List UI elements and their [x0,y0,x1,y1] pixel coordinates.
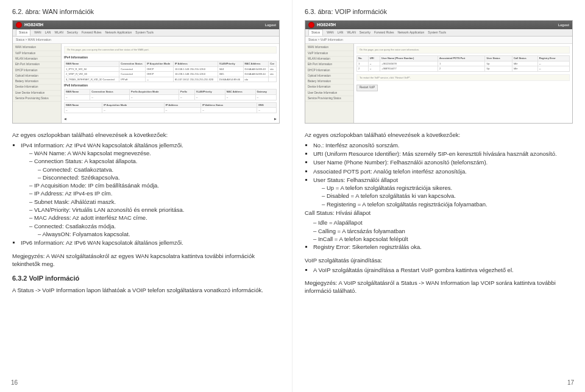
bullet: Registry Error: Sikertelen regisztrálás … [313,243,573,251]
callstatus-label: Call Status: Hívási állapot [305,209,573,217]
sidebar-item[interactable]: Optical Information [305,74,353,79]
router-sidebar: WAN Information VoIP Information WLAN In… [13,44,62,124]
dash-item: Calling = A tárcsázás folyamatban [313,227,573,235]
restart-voip-button[interactable]: Restart VoIP [356,85,378,91]
sidebar-item[interactable]: VoIP Information [13,51,61,57]
tab-status[interactable]: Status [16,29,30,36]
table-row[interactable]: 1--+36123456781UpIdle-- [357,61,570,66]
router-main: On this page, you can query the connecti… [62,44,279,124]
router-model: HG8245H [24,22,43,28]
table-row[interactable]: 1_IPTV_R_VID_34ConnectedDHCP10.158.1.143… [65,66,277,72]
breadcrumb: Status > WAN Information [13,37,279,44]
bullet: IPv4 Information: Az IPv4 WAN kapcsolato… [21,141,280,239]
tab-system[interactable]: System Tools [428,30,446,35]
restart-note: To restart the VoIP service, click "Rest… [356,74,570,82]
sidebar-item[interactable]: DHCP Information [13,68,61,74]
sidebar-item[interactable]: Device Information [305,85,353,90]
sidebar-item[interactable]: WAN Information [305,45,353,51]
sidebar-item[interactable]: Battery Information [305,79,353,85]
tab-status[interactable]: Status [308,29,323,36]
note-text: Megjegyzés: A VoIP szolgáltatásról a Sta… [305,279,573,295]
page-number: 17 [567,379,574,387]
router-tabs: Status WAN LAN WLAN Security Forward Rul… [305,29,572,37]
dash-item: Connected: Csatlakoztatva. [38,166,280,173]
tab-forward[interactable]: Forward Rules [374,30,394,35]
router-note: On this page, you can query the voice us… [356,46,570,54]
ipv4-table: WAN Name Connection Status IP Acquisitio… [64,61,277,82]
bullet: User Name (Phone Number): Felhasználói a… [313,158,573,166]
router-model: HG8245H [317,22,336,28]
page-number: 16 [11,379,18,387]
dash-item: InCall = A telefon kapcsolat felépült [313,235,573,243]
dash-item: Subnet Mask: Alhálózati maszk. [29,198,280,206]
dash-item: VLAN/Priority: Virtuális LAN azonosító é… [29,206,280,214]
logout-link[interactable]: Logout [265,23,276,27]
sidebar-item[interactable]: Optical Information [13,74,61,79]
subsection-title: 6.3.2 VoIP információ [12,274,280,283]
sidebar-item[interactable]: Device Information [13,85,61,90]
router-topbar: HG8245H Logout [305,21,572,29]
tab-lan[interactable]: LAN [338,30,344,35]
left-body: Az egyes oszlopokban található elnevezés… [12,131,280,293]
bullet: URI (Uniform Resource Identifier): Más s… [313,150,573,158]
dash-item: IP Acquisition Mode: IP cím beállításána… [29,181,280,189]
bullet: IPv6 Information: Az IPv6 WAN kapcsolato… [21,239,280,247]
sidebar-item[interactable]: VoIP Information [305,51,353,57]
router-note: On this page, you can query the connecti… [64,46,277,54]
dash-item: IP Address: Az IPv4-es IP cím. [29,189,280,197]
dash-item: AlwaysON: Folyamatos kapcsolat. [38,230,280,238]
dash-item: Connected: Csatlakozás módja. [29,222,280,230]
bullet: User Status: Felhasználói állapot Up = A… [313,176,573,208]
tab-wan[interactable]: WAN [327,30,333,35]
sidebar-item[interactable]: User Device Information [305,91,353,96]
fig-title-right: 6.3. ábra: VOIP információk [305,7,573,16]
dash-item: WAN Name: A WAN kapcsolat megnevezése. [29,149,280,157]
tab-wan[interactable]: WAN [34,30,41,35]
router-screenshot-voip: HG8245H Logout Status WAN LAN WLAN Secur… [305,20,573,124]
breadcrumb: Status > VoIP Information [305,37,572,44]
sidebar-item[interactable]: WAN Information [13,45,61,51]
tab-wlan[interactable]: WLAN [347,30,355,35]
router-main: On this page, you can query the voice us… [354,44,572,124]
router-sidebar: WAN Information VoIP Information WLAN In… [305,44,354,124]
tab-forward[interactable]: Forward Rules [82,30,102,35]
fig-title-left: 6.2. ábra: WAN információk [12,7,280,16]
table-row[interactable]: 2_VOIP_R_VID_33ConnectedDHCP10.228.1.148… [65,72,277,77]
intro-text: Az egyes oszlopokban található elnevezés… [12,131,280,139]
sidebar-item[interactable]: DHCP Information [305,68,353,74]
sidebar-item[interactable]: Service Provisioning Status [305,96,353,102]
dash-item: Connection Status: A kapcsolat állapota. [29,157,280,165]
dash-item: Up = A telefon szolgáltatás regisztráció… [322,184,573,192]
tab-security[interactable]: Security [360,30,370,35]
table-row[interactable]: 2--+36876544772UpIdle-- [357,66,570,72]
sidebar-item[interactable]: WLAN Information [13,57,61,62]
dash-item: Disconnected: Szétkapcsolva. [38,173,280,181]
bullet: No.: Interfész azonosító sorszám. [313,141,573,149]
ipv4-title: IPv4 Information [64,55,277,60]
tab-security[interactable]: Security [67,30,78,35]
sidebar-item[interactable]: Service Provisioning Status [13,96,61,102]
tab-network[interactable]: Network Application [397,30,424,35]
table-row[interactable]: 3_TR069_INTERNET_R_VID_32 ConnectedIPPoE… [65,77,277,82]
router-screenshot-wan: HG8245H Logout Status WAN LAN WLAN Secur… [12,20,280,124]
sidebar-item[interactable]: Eth Port Information [13,62,61,68]
dash-item: Registering = A telefon szolgáltatás reg… [322,200,573,208]
tab-system[interactable]: System Tools [135,30,154,35]
scroll-left-icon[interactable]: ◀ [64,117,66,121]
sidebar-item[interactable]: Eth Port Information [305,62,353,68]
logout-link[interactable]: Logout [558,23,569,27]
dash-item: Disabled = A telefon szolgáltatás ki van… [322,192,573,200]
router-tabs: Status WAN LAN WLAN Security Forward Rul… [13,29,279,37]
tab-wlan[interactable]: WLAN [54,30,63,35]
bullet: Associated POTS port: Analóg telefon int… [313,167,573,175]
intro-text: Az egyes oszlopokban található elnevezés… [305,131,573,139]
tab-network[interactable]: Network Application [105,30,132,35]
sidebar-item[interactable]: WLAN Information [305,57,353,62]
scroll-right-icon[interactable]: ▶ [274,117,277,121]
right-body: Az egyes oszlopokban található elnevezés… [305,131,573,295]
sidebar-item[interactable]: Battery Information [13,79,61,85]
note-text: Megjegyzés: A WAN szolgáltatásokról az e… [12,252,280,268]
ipv6-table1: WAN NameConnection StatusPrefix Acquisit… [64,89,277,100]
tab-lan[interactable]: LAN [45,30,51,35]
sidebar-item[interactable]: User Device Information [13,91,61,96]
